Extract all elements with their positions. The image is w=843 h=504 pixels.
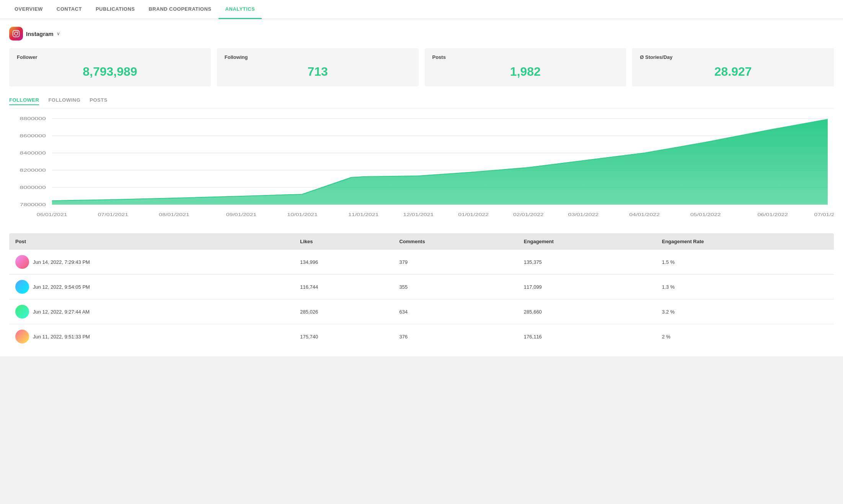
stat-value-follower: 8,793,989 bbox=[17, 65, 203, 79]
post-likes: 175,740 bbox=[294, 324, 393, 349]
svg-text:8400000: 8400000 bbox=[20, 151, 46, 155]
platform-name: Instagram bbox=[26, 31, 54, 37]
post-rate: 2 % bbox=[656, 324, 834, 349]
nav-item-overview[interactable]: OVERVIEW bbox=[8, 0, 50, 19]
chart-container: 8800000 8600000 8400000 8200000 8000000 … bbox=[9, 115, 834, 222]
svg-text:8000000: 8000000 bbox=[20, 185, 46, 190]
svg-text:01/01/2022: 01/01/2022 bbox=[458, 213, 489, 217]
post-comments: 376 bbox=[393, 324, 517, 349]
table-header-comments: Comments bbox=[393, 233, 517, 250]
post-comments: 634 bbox=[393, 299, 517, 324]
platform-selector[interactable]: Instagram ∨ bbox=[9, 27, 834, 41]
stat-value-following: 713 bbox=[225, 65, 411, 79]
posts-table: Post Likes Comments Engagement Engagemen… bbox=[9, 233, 834, 349]
svg-text:03/01/2022: 03/01/2022 bbox=[568, 213, 599, 217]
svg-text:06/01/2021: 06/01/2021 bbox=[37, 213, 67, 217]
nav-item-brand-cooperations[interactable]: BRAND COOPERATIONS bbox=[142, 0, 218, 19]
table-row: Jun 11, 2022, 9:51:33 PM 175,740 376 176… bbox=[9, 324, 834, 349]
tab-posts[interactable]: POSTS bbox=[90, 97, 108, 105]
tab-follower[interactable]: FOLLOWER bbox=[9, 97, 39, 105]
svg-text:8200000: 8200000 bbox=[20, 168, 46, 172]
svg-point-1 bbox=[15, 32, 18, 35]
chart-area bbox=[52, 119, 828, 205]
post-cell: Jun 12, 2022, 9:54:05 PM bbox=[9, 275, 294, 299]
svg-text:8600000: 8600000 bbox=[20, 133, 46, 138]
follower-chart: 8800000 8600000 8400000 8200000 8000000 … bbox=[9, 115, 834, 222]
main-content: Instagram ∨ Follower 8,793,989 Following… bbox=[0, 19, 843, 356]
svg-text:04/01/2022: 04/01/2022 bbox=[629, 213, 660, 217]
avatar bbox=[15, 330, 29, 343]
avatar bbox=[15, 255, 29, 269]
post-likes: 285,026 bbox=[294, 299, 393, 324]
post-engagement: 285,660 bbox=[518, 299, 656, 324]
post-comments: 355 bbox=[393, 275, 517, 299]
stat-value-posts: 1,982 bbox=[432, 65, 619, 79]
post-cell: Jun 12, 2022, 9:27:44 AM bbox=[9, 299, 294, 324]
svg-text:05/01/2022: 05/01/2022 bbox=[690, 213, 721, 217]
stat-cards: Follower 8,793,989 Following 713 Posts 1… bbox=[9, 48, 834, 86]
post-cell: Jun 14, 2022, 7:29:43 PM bbox=[9, 250, 294, 275]
svg-text:8800000: 8800000 bbox=[20, 116, 46, 121]
svg-rect-0 bbox=[13, 31, 20, 37]
stat-card-follower: Follower 8,793,989 bbox=[9, 48, 211, 86]
post-likes: 116,744 bbox=[294, 275, 393, 299]
svg-text:12/01/2021: 12/01/2021 bbox=[403, 213, 434, 217]
svg-text:02/01/2022: 02/01/2022 bbox=[513, 213, 544, 217]
stat-value-stories: 28.927 bbox=[640, 65, 826, 79]
post-rate: 1.5 % bbox=[656, 250, 834, 275]
stat-label-posts: Posts bbox=[432, 54, 619, 60]
svg-text:08/01/2021: 08/01/2021 bbox=[159, 213, 189, 217]
post-rate: 3.2 % bbox=[656, 299, 834, 324]
post-date: Jun 12, 2022, 9:27:44 AM bbox=[33, 309, 90, 315]
svg-text:09/01/2021: 09/01/2021 bbox=[226, 213, 257, 217]
svg-text:11/01/2021: 11/01/2021 bbox=[348, 213, 379, 217]
svg-point-2 bbox=[17, 31, 18, 33]
post-date: Jun 12, 2022, 9:54:05 PM bbox=[33, 284, 90, 290]
table-header-likes: Likes bbox=[294, 233, 393, 250]
post-engagement: 135,375 bbox=[518, 250, 656, 275]
chevron-down-icon: ∨ bbox=[57, 31, 60, 36]
table-row: Jun 12, 2022, 9:54:05 PM 116,744 355 117… bbox=[9, 275, 834, 299]
stat-label-following: Following bbox=[225, 54, 411, 60]
svg-text:06/01/2022: 06/01/2022 bbox=[757, 213, 788, 217]
post-engagement: 176,116 bbox=[518, 324, 656, 349]
table-header-post: Post bbox=[9, 233, 294, 250]
stat-card-following: Following 713 bbox=[217, 48, 419, 86]
avatar bbox=[15, 305, 29, 319]
svg-text:7800000: 7800000 bbox=[20, 202, 46, 207]
table-header-engagement-rate: Engagement Rate bbox=[656, 233, 834, 250]
nav-item-contact[interactable]: CONTACT bbox=[50, 0, 89, 19]
post-likes: 134,996 bbox=[294, 250, 393, 275]
stat-card-posts: Posts 1,982 bbox=[425, 48, 626, 86]
table-row: Jun 14, 2022, 7:29:43 PM 134,996 379 135… bbox=[9, 250, 834, 275]
instagram-icon bbox=[9, 27, 23, 41]
navigation-bar: OVERVIEW CONTACT PUBLICATIONS BRAND COOP… bbox=[0, 0, 843, 19]
tab-following[interactable]: FOLLOWING bbox=[48, 97, 80, 105]
svg-text:07/01/202: 07/01/202 bbox=[814, 213, 834, 217]
post-date: Jun 11, 2022, 9:51:33 PM bbox=[33, 334, 90, 340]
stat-label-stories: Ø Stories/Day bbox=[640, 54, 826, 60]
nav-item-publications[interactable]: PUBLICATIONS bbox=[89, 0, 142, 19]
stat-card-stories: Ø Stories/Day 28.927 bbox=[632, 48, 834, 86]
nav-item-analytics[interactable]: ANALYTICS bbox=[218, 0, 262, 19]
table-row: Jun 12, 2022, 9:27:44 AM 285,026 634 285… bbox=[9, 299, 834, 324]
stat-label-follower: Follower bbox=[17, 54, 203, 60]
chart-tabs: FOLLOWER FOLLOWING POSTS bbox=[9, 97, 834, 109]
post-date: Jun 14, 2022, 7:29:43 PM bbox=[33, 259, 90, 265]
svg-text:10/01/2021: 10/01/2021 bbox=[287, 213, 318, 217]
post-engagement: 117,099 bbox=[518, 275, 656, 299]
table-header-engagement: Engagement bbox=[518, 233, 656, 250]
post-cell: Jun 11, 2022, 9:51:33 PM bbox=[9, 324, 294, 349]
post-rate: 1.3 % bbox=[656, 275, 834, 299]
avatar bbox=[15, 280, 29, 294]
post-comments: 379 bbox=[393, 250, 517, 275]
svg-text:07/01/2021: 07/01/2021 bbox=[98, 213, 128, 217]
